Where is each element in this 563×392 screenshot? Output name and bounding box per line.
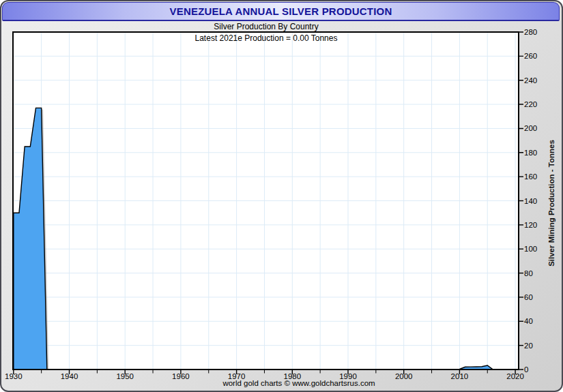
- y-axis-tick-label: 100: [524, 245, 537, 253]
- y-axis-tick-label: 60: [524, 293, 533, 301]
- y-axis-title: Silver Mining Production - Tonnes: [547, 140, 555, 267]
- x-axis-tick-label: 1940: [61, 372, 78, 380]
- x-axis-tick-label: 2020: [506, 372, 524, 380]
- y-axis-tick-label: 240: [524, 76, 537, 85]
- x-axis-tick-label: 1960: [172, 372, 190, 380]
- x-axis-tick-label: 2010: [451, 372, 469, 380]
- chart-window-stage: VENEZUELA ANNUAL SILVER PRODUCTION Silve…: [0, 0, 563, 392]
- latest-production-annotation: Latest 2021e Production = 0.00 Tonnes: [195, 33, 338, 43]
- y-axis-tick-label: 220: [524, 100, 537, 108]
- y-axis-tick-label: 200: [524, 124, 537, 132]
- chart-window: VENEZUELA ANNUAL SILVER PRODUCTION Silve…: [0, 0, 563, 392]
- y-axis-tick-label: 280: [524, 28, 537, 36]
- y-axis-tick-label: 80: [524, 269, 533, 277]
- y-axis-tick-label: 140: [524, 197, 537, 205]
- x-axis-tick-label: 1930: [5, 372, 23, 380]
- y-axis-tick-label: 160: [524, 172, 537, 181]
- plot-area: [1, 1, 563, 392]
- footer-credit: world gold charts © www.goldchartsrus.co…: [222, 379, 375, 387]
- y-axis-tick-label: 0: [524, 365, 528, 374]
- x-axis-tick-label: 2000: [395, 372, 413, 380]
- y-axis-tick-label: 180: [524, 149, 537, 157]
- y-axis-tick-label: 20: [524, 342, 533, 350]
- x-axis-tick-label: 1950: [116, 372, 134, 380]
- y-axis-tick-label: 120: [524, 221, 537, 229]
- y-axis-tick-label: 40: [524, 317, 533, 325]
- y-axis-tick-label: 260: [524, 52, 537, 60]
